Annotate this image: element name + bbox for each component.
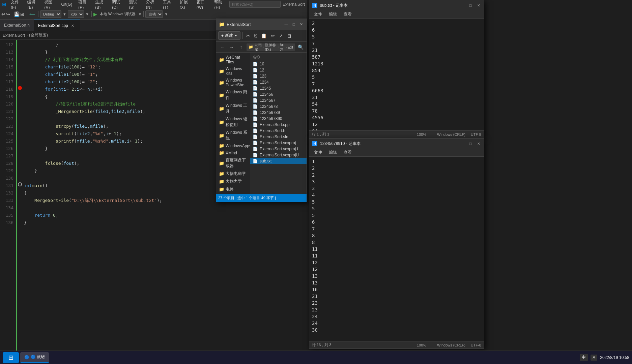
sidebar-windowspowershell[interactable]: 📁Windows PowerShe... — [216, 77, 250, 88]
sidebar-windowstool[interactable]: 📁Windows 工具 — [216, 102, 250, 115]
share-btn[interactable]: ↗ — [278, 32, 284, 39]
toolbar-save-all[interactable]: ⊞ — [20, 11, 24, 17]
file-sub-txt[interactable]: 📄sub.txt — [250, 158, 307, 164]
file-12[interactable]: 📄12 — [250, 67, 307, 73]
file-1234567[interactable]: 📄1234567 — [250, 97, 307, 103]
file-123456789[interactable]: 📄123456789 — [250, 110, 307, 116]
file-12345[interactable]: 📄12345 — [250, 85, 307, 91]
address-bar[interactable]: 📁 此电脑 › 新加卷 (D:) › 练习 › Ext — [247, 43, 295, 51]
file-cpp[interactable]: 📄ExternalSort.cpp — [250, 122, 307, 128]
notepad-sub-content[interactable]: 2 6 5 7 21 587 1213 854 5 7 6663 31 54 7… — [309, 19, 484, 130]
sidebar-baidu[interactable]: 📁百度网盘下载器 — [216, 156, 250, 170]
toolbar-save[interactable]: 💾 — [14, 11, 20, 17]
run-label[interactable]: 本地 Windows 调试器 — [98, 11, 138, 17]
file-1234567890[interactable]: 📄1234567890 — [250, 116, 307, 122]
taskbar-vs-item[interactable]: 🔵 🔵 就绪 — [20, 352, 49, 363]
notepad-sub-minimize[interactable]: — — [460, 3, 465, 8]
notepad-12345678910-view[interactable]: 查看 — [341, 149, 354, 156]
notepad-sub-file[interactable]: 文件 — [311, 11, 325, 18]
config-arrow: ▼ — [62, 12, 67, 16]
tab-externalsorteducpp[interactable]: ExternalSort.cpp ✕ — [34, 20, 80, 31]
menu-git[interactable]: Git(G) — [59, 1, 75, 7]
explorer-title: ExternalSort — [227, 22, 251, 27]
explorer-minimize[interactable]: — — [284, 22, 289, 27]
new-button[interactable]: + 新建 ▼ — [218, 31, 240, 40]
run-button[interactable]: ▶ — [93, 11, 97, 17]
toolbar-undo[interactable]: ↩ — [1, 11, 5, 17]
notepad-12345678910-file[interactable]: 文件 — [311, 149, 325, 156]
explorer-close[interactable]: ✕ — [298, 22, 304, 27]
copy-btn[interactable]: ⎘ — [253, 32, 258, 39]
breadcrumb-drive: 新加卷 (D:) — [265, 43, 277, 51]
taskbar-input-method[interactable]: 中 — [580, 354, 588, 361]
toolbar-back[interactable]: ⟵ — [28, 12, 36, 17]
tab-cpp-close[interactable]: ✕ — [70, 23, 76, 28]
sidebar-windowsacc[interactable]: 📁Windows 附件 — [216, 88, 250, 102]
mode-select[interactable]: 自动 — [145, 10, 163, 18]
notepad-sub-lineending: Windows (CRLF) — [437, 132, 465, 136]
notepad-12345678910-zoom: 100% — [417, 343, 426, 347]
file-1234[interactable]: 📄1234 — [250, 79, 307, 85]
file-h[interactable]: 📄ExternalSort.h — [250, 128, 307, 134]
notepad-12345678910-edit[interactable]: 编辑 — [326, 149, 340, 156]
search-input[interactable] — [229, 1, 281, 8]
toolbar-sep1 — [12, 11, 12, 17]
notepad-sub-view[interactable]: 查看 — [341, 11, 354, 18]
breadcrumb-sep1: › — [263, 45, 264, 49]
file-vcxproju[interactable]: 📄ExternalSort.vcxprojU — [250, 152, 307, 158]
platform-select[interactable]: x86 — [68, 10, 84, 18]
sidebar-xmind[interactable]: 📁XMind — [216, 149, 250, 156]
notepad-sub-edit[interactable]: 编辑 — [326, 11, 340, 18]
nav-search[interactable]: 🔍 — [296, 43, 305, 51]
notepad-12345678910-content[interactable]: 1 2 2 3 3 4 5 5 5 6 7 8 8 11 11 12 12 13… — [309, 157, 484, 341]
explorer-sidebar: 📁WeChat Files 📁Windows Kits 📁Windows Pow… — [216, 53, 250, 194]
cut-btn[interactable]: ✂ — [245, 32, 252, 39]
sidebar-windowskits[interactable]: 📁Windows Kits — [216, 65, 250, 77]
run-arrow: ▼ — [138, 12, 142, 16]
file-vcxproj[interactable]: 📄ExternalSort.vcxproj — [250, 140, 307, 146]
notepad-12345678910-icon: N — [312, 141, 317, 146]
notepad-sub-maximize[interactable]: □ — [468, 3, 473, 8]
sidebar-circuit[interactable]: 📁电路 — [216, 185, 250, 193]
nav-back[interactable]: ← — [218, 43, 226, 51]
file-10[interactable]: 📄10 — [250, 61, 307, 67]
file-vcxprojf[interactable]: 📄ExternalSort.vcxproj.f — [250, 146, 307, 152]
toolbar-sep — [242, 32, 243, 39]
nav-up[interactable]: ↑ — [237, 43, 245, 51]
nav-forward[interactable]: → — [228, 43, 236, 51]
notepad-12345678910-minimize[interactable]: — — [460, 141, 465, 146]
sidebar-wechat[interactable]: 📁WeChat Files — [216, 54, 250, 65]
explorer-body: 📁WeChat Files 📁Windows Kits 📁Windows Pow… — [216, 53, 307, 194]
file-123456[interactable]: 📄123456 — [250, 91, 307, 97]
file-12345678[interactable]: 📄12345678 — [250, 103, 307, 110]
taskbar: ⊞ 🔵 🔵 就绪 中 A 2022/8/19 10:58 — [0, 351, 632, 364]
code-line-135: return 0; — [24, 212, 307, 219]
notepad-sub-title: sub.txt - 记事本 — [320, 3, 457, 8]
sidebar-physics[interactable]: 📁大物电磁学 — [216, 170, 250, 178]
sidebar-windowssys[interactable]: 📁Windows 系统 — [216, 129, 250, 142]
rename-btn[interactable]: ✏ — [269, 32, 276, 39]
notepad-sub-window: N sub.txt - 记事本 — □ ✕ 文件 编辑 查看 2 6 5 7 2… — [309, 0, 484, 138]
tab-externalsortheader[interactable]: ExternalSort.h — [0, 20, 34, 31]
notepad-12345678910-close[interactable]: ✕ — [476, 141, 481, 146]
notepad-sub-icon: N — [312, 3, 317, 8]
notepad-12345678910-maximize[interactable]: □ — [468, 141, 473, 146]
breadcrumb-sep2: › — [278, 45, 280, 49]
line-numbers: 112 113 114 115 116 117 118 119 120 121 … — [0, 40, 16, 355]
taskbar-start-button[interactable]: ⊞ — [3, 352, 19, 363]
file-sln[interactable]: 📄ExternalSort.sln — [250, 134, 307, 140]
paste-btn[interactable]: 📋 — [260, 32, 268, 39]
sidebar-physics2[interactable]: 📁大物力学 — [216, 178, 250, 185]
taskbar-status-label: 🔵 就绪 — [31, 354, 45, 360]
delete-btn[interactable]: 🗑 — [286, 32, 293, 39]
config-select[interactable]: Debug — [40, 10, 61, 18]
sidebar-windowsapps[interactable]: 📁WindowsApps — [216, 142, 250, 149]
platform-arrow: ▼ — [85, 12, 90, 16]
toolbar-redo[interactable]: ↪ — [6, 11, 10, 17]
address-icon: 📁 — [249, 45, 253, 49]
file-123[interactable]: 📄123 — [250, 73, 307, 79]
taskbar-input-mode[interactable]: A — [591, 355, 597, 361]
explorer-maximize[interactable]: □ — [291, 22, 296, 27]
sidebar-windowseasy[interactable]: 📁Windows 轻松使用 — [216, 115, 250, 129]
notepad-sub-close[interactable]: ✕ — [476, 3, 481, 8]
